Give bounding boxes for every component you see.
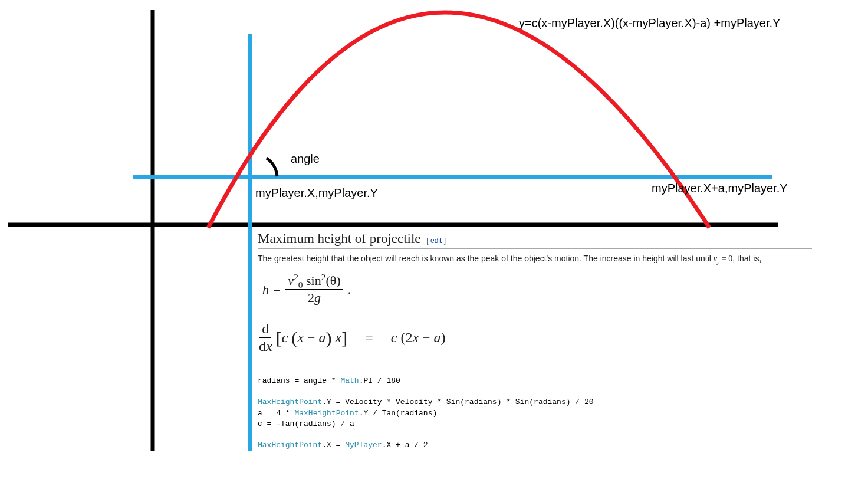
hf-2: 2 [308, 290, 314, 305]
code-l1c: .PI / 180 [359, 376, 400, 385]
deriv-rhs-c: c [391, 330, 397, 345]
code-l3c: .Y / Tan(radians) [359, 409, 438, 418]
equation-label: y=c(x-myPlayer.X)((x-myPlayer.X)-a) +myP… [519, 17, 780, 30]
deriv-m1: − [304, 330, 319, 345]
deriv-d-top: d [259, 321, 271, 338]
wiki-edit-brackets: [ edit ] [426, 237, 446, 245]
deriv-open: [ [276, 328, 282, 347]
deriv-lp: ( [291, 328, 297, 347]
origin-point-label: myPlayer.X,myPlayer.Y [255, 186, 378, 200]
deriv-rhs-rp: ) [441, 330, 446, 345]
code-l3b: MaxHeightPoint [294, 409, 359, 418]
angle-label: angle [291, 152, 320, 166]
wiki-body: The greatest height that the object will… [258, 252, 812, 265]
deriv-x2: x [332, 330, 342, 345]
angle-arc [267, 158, 277, 176]
height-formula-period: . [348, 282, 351, 297]
deriv-equals: = [365, 330, 373, 346]
deriv-rhs: c (2x − a) [391, 330, 446, 346]
height-formula-fraction: v20 sin2(θ) 2g [285, 273, 343, 306]
height-formula-lhs: h = [262, 282, 281, 297]
height-formula: h = v20 sin2(θ) 2g . [262, 273, 812, 306]
hf-v-sup: 2 [294, 272, 298, 282]
code-l4: c = -Tan(radians) / a [258, 419, 354, 428]
code-l2a: MaxHeightPoint [258, 398, 322, 406]
hf-g: g [314, 290, 321, 305]
wiki-body-suffix: , that is, [732, 254, 761, 263]
derivative-formula: d dx [c (x − a) x] = c (2x − a) [259, 321, 812, 355]
hf-theta: (θ) [326, 273, 340, 288]
height-formula-numerator: v20 sin2(θ) [285, 273, 343, 290]
wiki-edit-prefix: [ [426, 237, 430, 245]
deriv-d-bot-d: d [259, 339, 266, 354]
deriv-rhs-m: − [419, 330, 434, 345]
deriv-ddx: d dx [259, 321, 272, 355]
second-root-label: myPlayer.X+a,myPlayer.Y [652, 182, 788, 195]
wiki-body-math-rhs: = 0 [719, 254, 732, 263]
hf-v-sub: 0 [298, 280, 303, 290]
hf-sin: sin [303, 273, 321, 288]
code-l5a: MaxHeightPoint [258, 441, 322, 449]
wiki-excerpt: Maximum height of projectile [ edit ] Th… [258, 231, 812, 451]
deriv-rhs-a: a [434, 330, 441, 345]
deriv-a1: a [319, 330, 326, 345]
code-snippet: radians = angle * Math.PI / 180 MaxHeigh… [258, 376, 812, 451]
code-l2b: .Y = Velocity * Velocity * Sin(radians) … [322, 398, 593, 406]
code-l5d: .X + a / 2 [382, 441, 428, 449]
wiki-edit-link[interactable]: edit [430, 237, 442, 245]
code-l1b: Math [340, 376, 359, 385]
deriv-d-bot: dx [259, 338, 272, 355]
code-l3a: a = 4 * [258, 409, 294, 418]
deriv-close: ] [341, 328, 347, 347]
deriv-rp: ) [326, 328, 332, 347]
deriv-x1: x [297, 330, 304, 345]
wiki-edit-suffix: ] [442, 237, 446, 245]
height-formula-denominator: 2g [308, 290, 321, 306]
wiki-body-prefix: The greatest height that the object will… [258, 254, 714, 263]
wiki-heading: Maximum height of projectile [ edit ] [258, 231, 812, 249]
deriv-c: c [282, 330, 288, 345]
deriv-brackets: [c (x − a) x] [276, 328, 348, 348]
wiki-heading-text: Maximum height of projectile [258, 231, 421, 246]
code-l5c: MyPlayer [345, 441, 382, 449]
hf-v: v [288, 273, 294, 288]
deriv-d-bot-x: x [266, 339, 272, 354]
code-l1a: radians = angle * [258, 376, 340, 385]
code-l5b: .X = [322, 441, 345, 449]
